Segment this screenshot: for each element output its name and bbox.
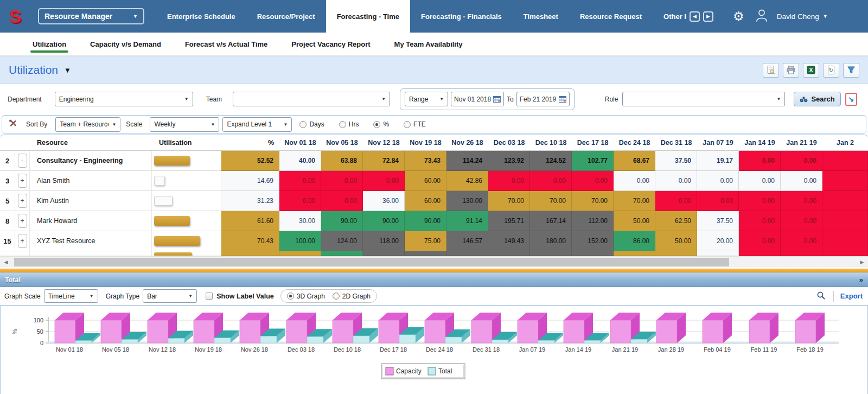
date-column-header-nov-12-18[interactable]: Nov 12 18: [363, 135, 405, 150]
excel-export-button[interactable]: X: [803, 63, 819, 78]
date-column-header-dec-03-18[interactable]: Dec 03 18: [488, 135, 530, 150]
scrollbar-thumb[interactable]: [14, 258, 729, 266]
graph-mode-radio-2d-graph[interactable]: [333, 293, 340, 300]
date-column-header-dec-31-18[interactable]: Dec 31 18: [655, 135, 697, 150]
y-tick-label-50: 50: [37, 328, 43, 335]
expand-level-select[interactable]: Expand Level 1 ▼: [222, 117, 292, 132]
subnav-item-forecast-v-s-actual-time[interactable]: Forecast v/s Actual Time: [173, 33, 279, 55]
module-selector[interactable]: Resource Manager ▼: [38, 8, 144, 24]
sort-by-select[interactable]: Team + Resource + F ▼: [55, 117, 120, 132]
top-tab-forecasting-time[interactable]: Forecasting - Time: [326, 0, 410, 33]
top-tab-resource-project[interactable]: Resource/Project: [246, 0, 326, 33]
date-column-header-nov-05-18[interactable]: Nov 05 18: [321, 135, 363, 150]
user-profile-icon[interactable]: [755, 8, 768, 24]
unit-radio-days[interactable]: [299, 121, 307, 128]
date-from-field[interactable]: Nov 01 2018: [451, 92, 504, 106]
scale-select[interactable]: Weekly ▼: [150, 117, 219, 132]
diagonal-arrow-icon: ↘: [848, 95, 854, 103]
value-cell-dec-24-18: 50.00: [614, 211, 655, 231]
filter-button[interactable]: [843, 63, 859, 78]
unit-radio-hrs[interactable]: [339, 121, 346, 128]
collapse-panel-button[interactable]: ↘: [845, 93, 857, 106]
collapse-chevron-icon[interactable]: »: [859, 276, 863, 284]
top-tab-timesheet[interactable]: Timesheet: [513, 0, 569, 33]
chevron-down-icon: ▼: [283, 122, 288, 127]
subnav-item-my-team-availability[interactable]: My Team Availability: [382, 33, 475, 55]
horizontal-scrollbar[interactable]: ◀ ▶: [0, 256, 868, 267]
graph-mode-radio-3d-graph[interactable]: [287, 293, 294, 300]
export-link[interactable]: Export: [840, 292, 863, 300]
utilization-chart-panel: 100500%Nov 01 18Nov 05 18Nov 12 18Nov 19…: [0, 306, 868, 394]
filter-row: Department Engineering ▼ Team ▼ Range ▼ …: [0, 84, 868, 114]
date-column-header-nov-26-18[interactable]: Nov 26 18: [446, 135, 488, 150]
date-column-header-dec-17-18[interactable]: Dec 17 18: [572, 135, 614, 150]
top-tab-other-rep[interactable]: Other Rep: [653, 0, 686, 33]
legend-label-total: Total: [438, 367, 452, 375]
x-label-jan-07-19: Jan 07 19: [519, 346, 545, 353]
scroll-left-arrow[interactable]: ◀: [1, 257, 11, 268]
date-column-header-nov-19-18[interactable]: Nov 19 18: [405, 135, 446, 150]
date-column-header-dec-24-18[interactable]: Dec 24 18: [614, 135, 655, 150]
expand-row-button[interactable]: +: [18, 174, 27, 188]
date-column-header-nov-01-18[interactable]: Nov 01 18: [279, 135, 321, 150]
subnav-item-utilization[interactable]: Utilization: [21, 33, 78, 55]
graph-scale-select[interactable]: TimeLine ▼: [44, 289, 98, 303]
expand-row-button[interactable]: +: [18, 234, 27, 248]
settings-gear-icon[interactable]: ⚙: [733, 10, 744, 23]
resource-name-cell[interactable]: Mark Howard: [30, 211, 152, 231]
role-select[interactable]: ▼: [622, 92, 785, 106]
unit-days[interactable]: Days: [299, 120, 324, 128]
expand-cell: -: [15, 151, 30, 171]
search-button[interactable]: Search: [794, 92, 840, 106]
resource-name-cell[interactable]: Alan Smith: [30, 171, 152, 191]
top-tab-enterprise-schedule[interactable]: Enterprise Schedule: [156, 0, 246, 33]
utilisation-bar-cell: [152, 231, 221, 251]
date-column-header-jan-21-19[interactable]: Jan 21 19: [781, 135, 822, 150]
view-title-dropdown[interactable]: Utilization ▼: [9, 63, 71, 77]
user-menu[interactable]: David Cheng ▼: [777, 12, 828, 21]
resource-name-cell[interactable]: XYZ Test Resource: [30, 231, 152, 251]
expand-row-button[interactable]: +: [18, 214, 27, 228]
subnav-item-capacity-v-s-demand[interactable]: Capacity v/s Demand: [78, 33, 173, 55]
tools-icon[interactable]: [8, 118, 18, 131]
graph-type-select[interactable]: Bar ▼: [143, 289, 197, 303]
total-section-header[interactable]: Total »: [0, 272, 868, 287]
expand-row-button[interactable]: +: [18, 194, 27, 208]
utilisation-column-header[interactable]: Utilisation: [152, 135, 221, 150]
unit-fte[interactable]: FTE: [404, 120, 426, 128]
date-column-header-jan-07-19[interactable]: Jan 07 19: [697, 135, 739, 150]
graph-mode-3d-graph[interactable]: 3D Graph: [287, 293, 325, 300]
clipped-percent-cell: [221, 251, 279, 256]
top-tab-forecasting-financials[interactable]: Forecasting - Financials: [410, 0, 513, 33]
scroll-right-arrow[interactable]: ▶: [857, 257, 867, 268]
expand-cell: +: [15, 211, 30, 231]
date-to-field[interactable]: Feb 21 2019: [516, 92, 570, 106]
date-column-header-jan-14-19[interactable]: Jan 14 19: [739, 135, 781, 150]
department-select[interactable]: Engineering ▼: [55, 92, 193, 106]
graph-mode-2d-graph[interactable]: 2D Graph: [333, 293, 371, 300]
resource-column-header[interactable]: Resource: [30, 135, 152, 150]
range-type-select[interactable]: Range ▼: [405, 92, 448, 106]
resource-name-cell[interactable]: Consultancy - Engineering: [30, 151, 152, 171]
subnav-item-project-vacancy-report[interactable]: Project Vacancy Report: [279, 33, 382, 55]
chart-zoom-button[interactable]: [816, 291, 826, 302]
collapse-row-button[interactable]: -: [18, 154, 27, 168]
tabs-scroll-right-button[interactable]: ▶: [703, 11, 713, 22]
percent-column-header[interactable]: %: [221, 135, 279, 150]
clipped-value-cell: [321, 251, 363, 256]
table-row-alan-smith: 3+Alan Smith14.690.000.000.0060.0042.860…: [0, 171, 868, 191]
date-column-header-dec-10-18[interactable]: Dec 10 18: [530, 135, 572, 150]
expand-cell: +: [15, 171, 30, 191]
unit-hrs[interactable]: Hrs: [339, 120, 359, 128]
print-button[interactable]: [783, 63, 799, 78]
preview-button[interactable]: [763, 63, 779, 78]
resource-name-cell[interactable]: Kim Austin: [30, 191, 152, 211]
unit-radio-[interactable]: [373, 121, 380, 128]
refresh-export-button[interactable]: ↻: [823, 63, 839, 78]
show-label-value-checkbox[interactable]: [206, 293, 213, 300]
unit-[interactable]: %: [373, 120, 389, 128]
team-select[interactable]: ▼: [233, 92, 390, 106]
top-tab-resource-request[interactable]: Resource Request: [569, 0, 653, 33]
unit-radio-fte[interactable]: [404, 121, 411, 128]
tabs-scroll-left-button[interactable]: ◀: [690, 11, 700, 22]
